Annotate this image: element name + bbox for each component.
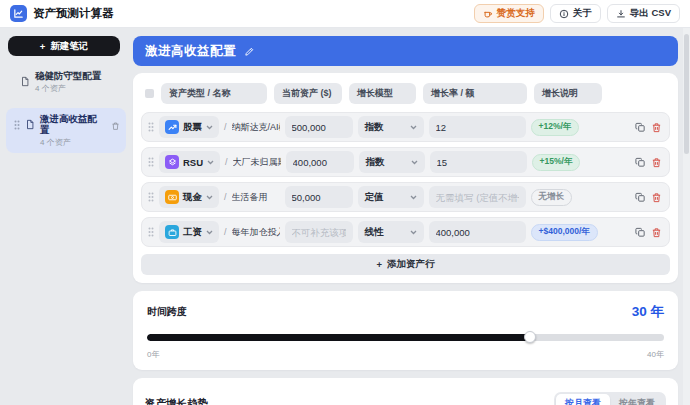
delete-row-icon[interactable] <box>651 157 662 168</box>
config-header: 激进高收益配置 <box>133 36 678 66</box>
growth-model-select[interactable]: 定值 <box>358 186 424 208</box>
sidebar: + 新建笔记 稳健防守型配置 4 个资产 激进高收益配置 4 个资产 <box>6 36 126 153</box>
cash-icon <box>165 190 179 204</box>
asset-name-input[interactable] <box>232 192 280 202</box>
type-name-separator: / <box>224 227 227 237</box>
chevron-down-icon <box>410 125 417 130</box>
app-logo-chart-icon <box>10 5 27 22</box>
timespan-label: 时间跨度 <box>147 305 187 319</box>
edit-pencil-icon[interactable] <box>244 46 255 57</box>
brand: 资产预测计算器 <box>10 5 114 22</box>
config-title: 激进高收益配置 <box>145 43 236 60</box>
app-title: 资产预测计算器 <box>33 6 114 21</box>
drag-handle-icon[interactable] <box>148 122 154 132</box>
new-note-button[interactable]: + 新建笔记 <box>8 36 120 56</box>
timespan-value: 30 年 <box>632 303 664 321</box>
drag-handle-icon[interactable] <box>14 116 20 134</box>
stock-icon <box>165 120 179 134</box>
slider-handle[interactable] <box>524 331 536 343</box>
asset-type-label: 股票 <box>183 121 202 134</box>
drag-handle-icon[interactable] <box>148 192 154 202</box>
plus-icon: + <box>376 259 382 270</box>
slider-track[interactable] <box>147 334 664 341</box>
type-name-separator: / <box>224 192 227 202</box>
timespan-slider[interactable] <box>147 331 664 343</box>
growth-model-select[interactable]: 指数 <box>359 151 425 173</box>
slider-min-label: 0年 <box>147 349 159 360</box>
type-name-separator: / <box>225 157 228 167</box>
view-monthly-tab[interactable]: 按月查看 <box>556 394 610 405</box>
asset-type-select[interactable]: RSU <box>159 151 220 173</box>
chevron-down-icon <box>206 195 213 200</box>
column-header-amount: 当前资产 ($) <box>274 83 342 104</box>
view-yearly-tab[interactable]: 按年查看 <box>610 394 664 405</box>
growth-rate-input[interactable] <box>429 221 526 243</box>
plus-icon: + <box>40 41 46 52</box>
asset-type-label: RSU <box>183 157 203 168</box>
table-header-row: 资产类型 / 名称 当前资产 ($) 增长模型 增长率 / 额 增长说明 <box>141 81 670 112</box>
salary-icon <box>165 225 179 239</box>
add-asset-row-button[interactable]: + 添加资产行 <box>141 254 670 275</box>
asset-row-stock: 股票 / 指数 +12%/年 <box>141 112 670 142</box>
note-subtitle: 4 个资产 <box>40 137 106 148</box>
type-name-separator: / <box>224 122 227 132</box>
asset-row-rsu: RSU / 指数 +15%/年 <box>141 147 670 177</box>
about-button[interactable]: 关于 <box>550 4 601 23</box>
duplicate-row-icon[interactable] <box>635 122 646 133</box>
duplicate-row-icon[interactable] <box>635 157 646 168</box>
asset-row-salary: 工资 / 线性 +$400,000/年 <box>141 217 670 247</box>
slider-max-label: 40年 <box>647 349 664 360</box>
delete-row-icon[interactable] <box>651 192 662 203</box>
current-amount-input[interactable] <box>285 116 353 138</box>
growth-rate-input[interactable] <box>429 116 526 138</box>
growth-model-select[interactable]: 指数 <box>358 116 424 138</box>
current-amount-input[interactable] <box>285 186 353 208</box>
chevron-down-icon <box>411 160 418 165</box>
column-header-type-name: 资产类型 / 名称 <box>161 83 267 104</box>
growth-badge: +15%/年 <box>532 154 581 171</box>
scrollbar-thumb[interactable] <box>684 34 689 154</box>
scrollbar[interactable] <box>683 28 690 405</box>
delete-note-icon[interactable] <box>111 117 120 135</box>
growth-badge: 无增长 <box>531 189 573 206</box>
column-header-rate: 增长率 / 额 <box>423 83 527 104</box>
asset-row-cash: 现金 / 定值 无增长 <box>141 182 670 212</box>
chevron-down-icon <box>206 230 213 235</box>
asset-type-label: 现金 <box>183 191 202 204</box>
sidebar-item-note-2[interactable]: 激进高收益配置 4 个资产 <box>6 108 126 153</box>
topbar-actions: 赞赏支持 关于 导出 CSV <box>474 4 680 23</box>
chart-title: 资产增长趋势 <box>145 397 208 405</box>
header-drag-placeholder <box>145 89 154 98</box>
timespan-card: 时间跨度 30 年 0年 40年 <box>133 291 678 370</box>
duplicate-row-icon[interactable] <box>635 227 646 238</box>
growth-rate-input[interactable] <box>429 186 526 208</box>
asset-table-card: 资产类型 / 名称 当前资产 ($) 增长模型 增长率 / 额 增长说明 股票 … <box>133 73 678 283</box>
note-subtitle: 4 个资产 <box>35 83 102 94</box>
note-title: 稳健防守型配置 <box>35 70 102 81</box>
file-icon <box>25 116 35 134</box>
drag-handle-icon[interactable] <box>148 227 154 237</box>
growth-rate-input[interactable] <box>430 151 527 173</box>
sidebar-item-note-1[interactable]: 稳健防守型配置 4 个资产 <box>6 65 126 99</box>
rsu-icon <box>165 155 179 169</box>
slider-fill <box>147 334 530 341</box>
growth-model-select[interactable]: 线性 <box>358 221 424 243</box>
drag-handle-icon[interactable] <box>148 157 154 167</box>
delete-row-icon[interactable] <box>651 227 662 238</box>
sponsor-button[interactable]: 赞赏支持 <box>474 4 544 23</box>
chevron-down-icon <box>410 195 417 200</box>
asset-type-select[interactable]: 工资 <box>159 221 219 243</box>
export-csv-button[interactable]: 导出 CSV <box>607 4 680 23</box>
file-icon <box>20 73 30 91</box>
current-amount-input[interactable] <box>286 151 354 173</box>
asset-name-input[interactable] <box>232 227 280 237</box>
delete-row-icon[interactable] <box>651 122 662 133</box>
asset-type-select[interactable]: 股票 <box>159 116 219 138</box>
duplicate-row-icon[interactable] <box>635 192 646 203</box>
coffee-icon <box>483 9 493 19</box>
chevron-down-icon <box>410 230 417 235</box>
asset-name-input[interactable] <box>233 157 281 167</box>
asset-name-input[interactable] <box>232 122 280 132</box>
asset-type-select[interactable]: 现金 <box>159 186 219 208</box>
current-amount-input[interactable] <box>285 221 353 243</box>
